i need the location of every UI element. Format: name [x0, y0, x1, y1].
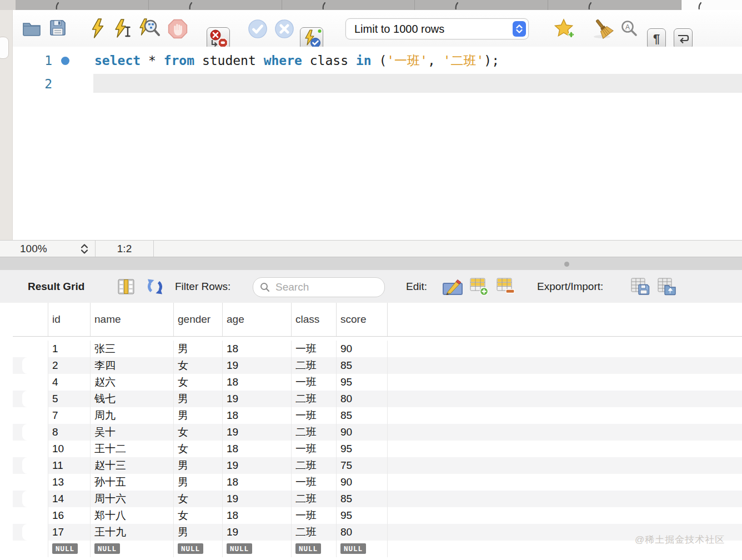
sql-editor[interactable]: 1select * from student where class in ('… [0, 47, 742, 240]
query-tab-6[interactable] [681, 0, 742, 10]
cell[interactable]: 13 [48, 474, 91, 491]
query-tab-1[interactable] [16, 0, 149, 11]
cell[interactable]: 王十九 [91, 524, 174, 541]
cell[interactable]: 周十六 [91, 491, 174, 507]
cell[interactable]: 郑十八 [91, 507, 174, 524]
zoom-control[interactable]: 100% [0, 241, 96, 257]
row-selector[interactable] [13, 524, 48, 541]
save-snippet-icon[interactable] [554, 18, 575, 39]
table-row[interactable]: 16郑十八女18一班95 [13, 507, 742, 524]
cell[interactable]: 95 [337, 374, 388, 391]
table-row[interactable]: 7周九男18一班85 [13, 407, 742, 424]
table-row[interactable]: 1张三男18一班90 [13, 341, 742, 357]
cell[interactable]: NULL [337, 541, 388, 557]
cell[interactable]: 18 [223, 441, 292, 457]
delete-row-icon[interactable] [497, 278, 515, 296]
cell[interactable]: 男 [174, 524, 223, 541]
cell[interactable]: 二班 [292, 357, 337, 374]
column-header-class[interactable]: class [292, 303, 337, 336]
limit-rows-dropdown[interactable]: Limit to 1000 rows [345, 18, 529, 39]
search-input[interactable] [274, 281, 371, 294]
cell[interactable]: 男 [174, 341, 223, 357]
cell[interactable]: 19 [223, 391, 292, 407]
export-recordset-icon[interactable] [631, 278, 650, 296]
execute-statement-icon[interactable] [90, 18, 106, 38]
cell[interactable]: 一班 [292, 407, 337, 424]
cell[interactable]: NULL [174, 541, 223, 557]
row-selector[interactable] [13, 374, 48, 391]
cell[interactable]: 一班 [292, 474, 337, 491]
cell[interactable]: 女 [174, 357, 223, 374]
table-row[interactable]: 10王十二女18一班95 [13, 441, 742, 457]
import-records-icon[interactable] [658, 278, 676, 296]
cell[interactable]: 7 [48, 407, 91, 424]
cell[interactable]: 吴十 [91, 424, 174, 441]
open-script-icon[interactable] [22, 19, 41, 36]
cell[interactable]: 女 [174, 374, 223, 391]
cell[interactable]: 80 [337, 524, 388, 541]
cell[interactable]: 男 [174, 474, 223, 491]
cell[interactable]: 75 [337, 457, 388, 474]
filter-search-field[interactable] [253, 277, 385, 297]
table-row[interactable]: 14周十六女19二班85 [13, 491, 742, 507]
refresh-icon[interactable] [146, 277, 164, 296]
cell[interactable]: 90 [337, 474, 388, 491]
column-header-age[interactable]: age [223, 303, 292, 336]
cell[interactable]: 19 [223, 357, 292, 374]
cell[interactable]: 一班 [292, 507, 337, 524]
cell[interactable]: 4 [48, 374, 91, 391]
query-tab-4[interactable] [415, 0, 548, 11]
cell[interactable]: 85 [337, 357, 388, 374]
table-row[interactable]: 2李四女19二班85 [13, 357, 742, 374]
row-selector[interactable] [13, 441, 48, 457]
cell[interactable]: 女 [174, 507, 223, 524]
cell[interactable]: 一班 [292, 341, 337, 357]
null-placeholder-row[interactable]: NULLNULLNULLNULLNULLNULL [13, 541, 742, 557]
query-tab-5[interactable] [548, 0, 681, 11]
cell[interactable]: 17 [48, 524, 91, 541]
table-row[interactable]: 4赵六女18一班95 [13, 374, 742, 391]
cell[interactable]: 95 [337, 441, 388, 457]
cell[interactable]: 19 [223, 424, 292, 441]
save-script-icon[interactable] [49, 19, 66, 36]
cell[interactable]: NULL [292, 541, 337, 557]
row-selector[interactable] [13, 341, 48, 357]
column-header-score[interactable]: score [337, 303, 388, 336]
cell[interactable]: 19 [223, 524, 292, 541]
cell[interactable]: 一班 [292, 374, 337, 391]
cell[interactable]: 90 [337, 341, 388, 357]
insert-row-icon[interactable] [470, 278, 489, 296]
cell[interactable]: 孙十五 [91, 474, 174, 491]
table-row[interactable]: 8吴十女19二班90 [13, 424, 742, 441]
cell[interactable]: NULL [223, 541, 292, 557]
table-row[interactable]: 17王十九男19二班80 [13, 524, 742, 541]
cell[interactable]: 18 [223, 407, 292, 424]
cell[interactable]: 19 [223, 457, 292, 474]
cell[interactable]: 14 [48, 491, 91, 507]
pane-splitter[interactable] [0, 257, 742, 271]
cell[interactable]: 二班 [292, 524, 337, 541]
cell[interactable]: 90 [337, 424, 388, 441]
row-selector[interactable] [13, 474, 48, 491]
cell[interactable]: 5 [48, 391, 91, 407]
row-selector[interactable] [13, 391, 48, 407]
cell[interactable]: 18 [223, 507, 292, 524]
cell[interactable]: 16 [48, 507, 91, 524]
explain-plan-icon[interactable] [139, 18, 161, 39]
query-tab-3[interactable] [282, 0, 415, 11]
table-row[interactable]: 13孙十五男18一班90 [13, 474, 742, 491]
cell[interactable]: 张三 [91, 341, 174, 357]
column-header-gender[interactable]: gender [174, 303, 223, 336]
row-selector[interactable] [13, 357, 48, 374]
cell[interactable]: 男 [174, 391, 223, 407]
cell[interactable]: 周九 [91, 407, 174, 424]
query-tab-2[interactable] [149, 0, 282, 11]
cell[interactable]: 李四 [91, 357, 174, 374]
cell[interactable]: 1 [48, 341, 91, 357]
cell[interactable]: 二班 [292, 457, 337, 474]
cell[interactable]: 10 [48, 441, 91, 457]
cell[interactable]: 二班 [292, 491, 337, 507]
row-selector[interactable] [13, 507, 48, 524]
row-selector[interactable] [13, 457, 48, 474]
cell[interactable]: 18 [223, 474, 292, 491]
